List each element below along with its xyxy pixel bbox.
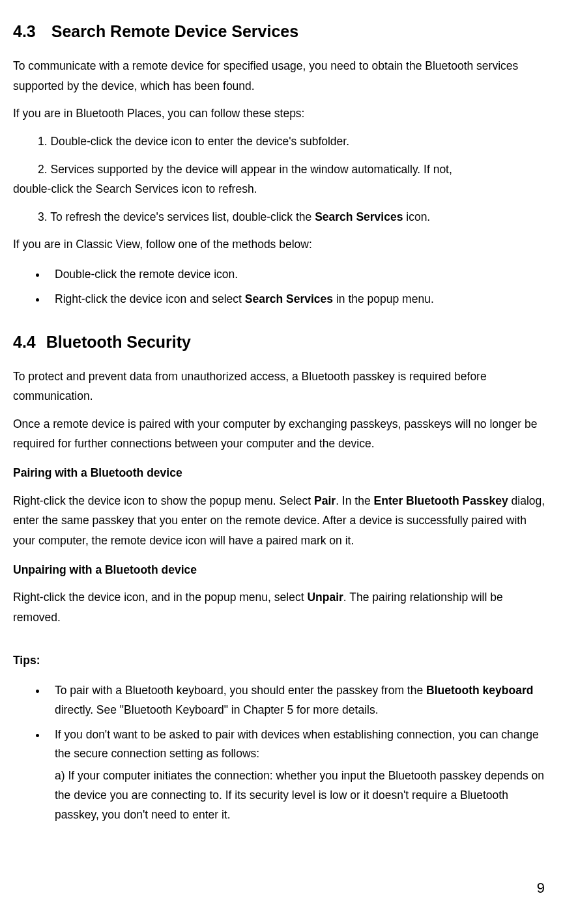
list-text: Right-click the device icon and select — [55, 292, 245, 305]
step-text: double-click the Search Services icon to… — [13, 182, 257, 195]
paragraph: If you are in Bluetooth Places, you can … — [13, 104, 550, 124]
paragraph: Right-click the device icon, and in the … — [13, 587, 550, 627]
list-item: If you don't want to be asked to pair wi… — [47, 725, 550, 825]
bold-text: Pair — [314, 494, 336, 507]
section-title: Search Remote Device Services — [51, 22, 298, 40]
step-text: 2. Services supported by the device will… — [13, 160, 550, 180]
section-number: 4.3 — [13, 18, 36, 44]
step-3: 3. To refresh the device's services list… — [13, 207, 550, 227]
list-item: Double-click the remote device icon. — [47, 265, 550, 285]
list-text: To pair with a Bluetooth keyboard, you s… — [55, 684, 426, 697]
tips-list: To pair with a Bluetooth keyboard, you s… — [13, 681, 550, 824]
step-text: icon. — [403, 210, 430, 223]
section-number: 4.4 — [13, 329, 36, 355]
step-2: 2. Services supported by the device will… — [13, 160, 550, 199]
paragraph: If you are in Classic View, follow one o… — [13, 234, 550, 255]
bold-text: Search Services — [245, 292, 333, 305]
section-4-4-heading: 4.4Bluetooth Security — [13, 329, 550, 355]
list-text: directly. See "Bluetooth Keyboard" in Ch… — [55, 703, 379, 716]
paragraph: To communicate with a remote device for … — [13, 56, 550, 96]
paragraph: Once a remote device is paired with your… — [13, 414, 550, 454]
subheading-unpairing: Unpairing with a Bluetooth device — [13, 560, 550, 580]
list-text: in the popup menu. — [333, 292, 434, 305]
list-item: Right-click the device icon and select S… — [47, 290, 550, 309]
step-text: 3. To refresh the device's services list… — [38, 210, 315, 223]
bold-text: Bluetooth keyboard — [426, 684, 533, 697]
bold-text: Search Services — [315, 210, 403, 223]
step-1: 1. Double-click the device icon to enter… — [13, 132, 550, 152]
bold-text: Enter Bluetooth Passkey — [374, 494, 508, 507]
section-title: Bluetooth Security — [46, 333, 191, 351]
paragraph: To protect and prevent data from unautho… — [13, 367, 550, 406]
list-text: If you don't want to be asked to pair wi… — [55, 728, 539, 761]
sub-item-a: a) If your computer initiates the connec… — [55, 766, 550, 824]
list-item: To pair with a Bluetooth keyboard, you s… — [47, 681, 550, 720]
bold-text: Unpair — [307, 591, 343, 604]
text: Right-click the device icon, and in the … — [13, 591, 307, 604]
text: . In the — [336, 494, 373, 507]
bullet-list: Double-click the remote device icon. Rig… — [13, 265, 550, 309]
subheading-pairing: Pairing with a Bluetooth device — [13, 463, 550, 483]
tips-heading: Tips: — [13, 651, 550, 671]
page-number: 9 — [13, 876, 550, 899]
paragraph: Right-click the device icon to show the … — [13, 491, 550, 551]
section-4-3-heading: 4.3Search Remote Device Services — [13, 18, 550, 44]
text: Right-click the device icon to show the … — [13, 494, 314, 507]
